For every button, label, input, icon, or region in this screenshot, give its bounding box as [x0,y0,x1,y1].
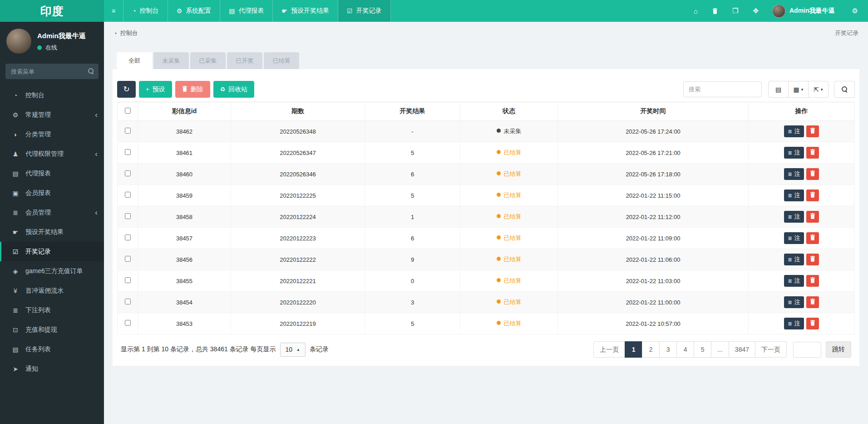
tab[interactable]: 已开奖 [227,52,262,69]
table-search-input[interactable] [683,81,762,97]
columns-toggle-icon: ▦ [794,86,799,93]
topnav-item[interactable]: ☑开奖记录 [338,0,391,22]
page-item[interactable]: 3 [659,341,677,358]
row-delete-button[interactable] [806,318,819,329]
note-button[interactable]: ≣注 [784,147,804,159]
note-button[interactable]: ≣注 [784,275,804,287]
recycle-bin-button[interactable]: ♻ 回收站 [213,81,255,98]
table-row: 38460202205263466已结算2022-05-26 17:18:00≣… [118,164,855,185]
topnav-item[interactable]: ☛预设开奖结果 [273,0,338,22]
jump-page-input[interactable] [793,342,821,358]
sidebar-item[interactable]: ≣会员管理‹ [0,203,104,222]
row-delete-button[interactable] [806,211,819,223]
row-checkbox[interactable] [125,149,131,155]
note-button[interactable]: ≣注 [784,232,804,244]
search-button[interactable] [834,81,855,98]
page-item[interactable]: 3847 [729,341,755,358]
delete-button[interactable]: 删除 [175,81,210,98]
sidebar-item[interactable]: ≣下注列表 [0,300,104,320]
status-badge: 已结算 [497,299,522,305]
row-delete-button[interactable] [806,168,819,180]
row-delete-button[interactable] [806,296,819,308]
tab[interactable]: 已采集 [190,52,226,69]
tab[interactable]: 未采集 [153,52,189,69]
copy-icon[interactable]: ❐ [725,0,745,22]
topnav-item[interactable]: ▤代理报表 [220,0,273,22]
preset-button[interactable]: + 预设 [139,81,172,98]
search-icon [842,86,848,92]
detail-view-button[interactable]: ▤ [768,81,789,98]
row-checkbox[interactable] [125,128,131,134]
jump-button[interactable]: 跳转 [826,341,851,358]
columns-toggle-button[interactable]: ▦▾ [788,81,809,98]
avatar[interactable] [6,29,31,54]
topnav-item[interactable]: ◔控制台 [123,0,168,22]
breadcrumb[interactable]: ◔ 控制台 [113,29,138,37]
refresh-button[interactable]: ↻ [117,81,136,98]
row-checkbox[interactable] [125,256,131,262]
page-item[interactable]: 2 [642,341,660,358]
page-size-dropdown[interactable]: 10 ▲ [280,343,306,357]
page-item[interactable]: 上一页 [593,341,625,358]
book-icon: ▤ [229,7,235,15]
user-menu[interactable]: Admin我最牛逼 [766,5,841,18]
row-checkbox[interactable] [125,170,131,176]
sidebar-item-label: 会员报表 [25,189,51,197]
row-checkbox[interactable] [125,213,131,219]
sidebar-item[interactable]: ♟代理权限管理‹ [0,144,104,164]
page-item[interactable]: 4 [676,341,694,358]
page-item[interactable]: 5 [694,341,711,358]
sidebar-item[interactable]: ▤代理报表 [0,164,104,183]
sidebar-item[interactable]: ◈game6三方充值订单 [0,261,104,281]
sidebar-item[interactable]: ◗分类管理 [0,125,104,144]
row-checkbox[interactable] [125,320,131,326]
topbar-nav: ≡ ◔控制台⚙系统配置▤代理报表☛预设开奖结果☑开奖记录 [104,0,391,22]
export-button[interactable]: ⇱▾ [808,81,829,98]
sidebar-item[interactable]: ☑开奖记录 [0,242,104,261]
sidebar-item[interactable]: ⊡充值和提现 [0,320,104,339]
cell-result: 6 [365,164,460,185]
brand-logo[interactable]: 印度 [0,0,104,22]
sidebar-item[interactable]: ➤通知 [0,359,104,379]
expand-icon[interactable]: ✥ [745,0,766,22]
sidebar-toggle-button[interactable]: ≡ [104,0,123,22]
sidebar-item[interactable]: ⚙常规管理‹ [0,105,104,125]
sidebar-item[interactable]: ▤任务列表 [0,339,104,359]
page-item[interactable]: 1 [625,341,642,358]
row-delete-button[interactable] [806,254,819,265]
row-delete-button[interactable] [806,125,819,137]
tab[interactable]: 全部 [117,52,152,69]
hand-pointer-icon: ☛ [11,229,20,236]
tab[interactable]: 已结算 [264,52,299,69]
row-delete-button[interactable] [806,275,819,287]
sidebar-item[interactable]: ¥首冲返佣流水 [0,281,104,300]
cell-result: 5 [365,142,460,164]
cell-time: 2022-01-22 11:06:00 [558,249,749,270]
note-button[interactable]: ≣注 [784,211,804,223]
row-delete-button[interactable] [806,232,819,244]
select-all-checkbox[interactable] [125,108,131,114]
menu-search-input[interactable] [5,64,99,79]
row-checkbox[interactable] [125,234,131,240]
sidebar-item[interactable]: ◔控制台 [0,85,104,105]
note-button[interactable]: ≣注 [784,254,804,265]
page-item[interactable]: 下一页 [755,341,787,358]
row-delete-button[interactable] [806,190,819,201]
sidebar-item[interactable]: ☛预设开奖结果 [0,222,104,242]
topnav-item[interactable]: ⚙系统配置 [168,0,221,22]
note-button[interactable]: ≣注 [784,125,804,137]
row-delete-button[interactable] [806,147,819,159]
note-button[interactable]: ≣注 [784,168,804,180]
note-button[interactable]: ≣注 [784,318,804,329]
row-checkbox[interactable] [125,277,131,283]
cell-result: 6 [365,228,460,249]
sidebar-item[interactable]: ▣会员报表 [0,183,104,203]
row-checkbox[interactable] [125,299,131,304]
home-icon[interactable]: ⌂ [686,0,705,22]
note-button[interactable]: ≣注 [784,190,804,201]
page-item[interactable]: ... [711,341,729,358]
note-button[interactable]: ≣注 [784,296,804,308]
trash-icon[interactable] [705,0,725,22]
settings-gears-icon[interactable]: ⚙ [845,0,865,22]
row-checkbox[interactable] [125,192,131,198]
